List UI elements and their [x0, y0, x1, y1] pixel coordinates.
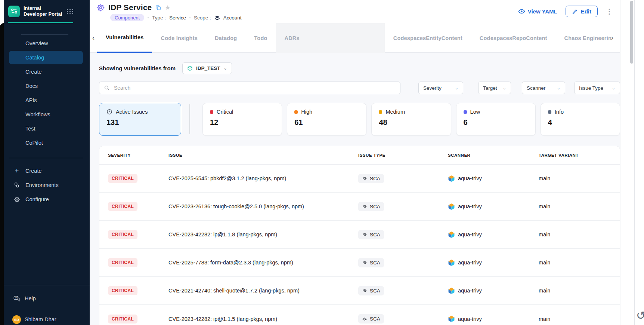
target-variant-cell: main — [539, 232, 620, 237]
scope-value: Account — [223, 15, 242, 21]
target-variant-cell: main — [539, 288, 620, 294]
sidebar-item-copilot[interactable]: CoPilot — [0, 136, 90, 150]
sidebar-item-overview[interactable]: Overview — [0, 36, 90, 50]
sidebar-item-apis[interactable]: APIs — [0, 93, 90, 107]
active-issues-card[interactable]: Active Issues 131 — [99, 103, 181, 136]
stat-value: 61 — [294, 118, 359, 127]
sidebar-item-workflows[interactable]: Workflows — [0, 107, 90, 122]
fingerprint-icon — [362, 260, 367, 265]
dot-separator — [189, 17, 191, 18]
table-row[interactable]: CRITICALCVE-2025-6545: pbkdf2@3.1.2 (lan… — [99, 165, 620, 193]
table-header-row: SEVERITYISSUEISSUE TYPESCANNERTARGET VAR… — [99, 146, 620, 165]
issue-type-label: SCA — [370, 260, 380, 266]
type-label: Type : — [152, 15, 166, 21]
tab-vulnerabilities[interactable]: Vulnerabilities — [97, 23, 152, 53]
table-row[interactable]: CRITICALCVE-2025-7783: form-data@2.3.3 (… — [99, 249, 620, 277]
issue-cell: CVE-2025-7783: form-data@2.3.3 (lang-pkg… — [168, 260, 358, 266]
stat-label: Low — [470, 109, 480, 115]
tab-datadog[interactable]: Datadog — [206, 23, 245, 53]
table-body: CRITICALCVE-2025-6545: pbkdf2@3.1.2 (lan… — [99, 165, 620, 325]
sidebar-action-create[interactable]: +Create — [0, 164, 90, 178]
filter-scanner[interactable]: Scanner⌄ — [522, 82, 565, 94]
stat-card-critical[interactable]: Critical12 — [202, 103, 282, 136]
tab-adrs[interactable]: ADRs — [276, 23, 385, 53]
sidebar-item-catalog[interactable]: Catalog — [9, 51, 83, 64]
fingerprint-icon — [362, 316, 367, 322]
table-row[interactable]: CRITICALCVE-2023-26136: tough-cookie@2.5… — [99, 193, 620, 221]
stat-card-medium[interactable]: Medium48 — [371, 103, 451, 136]
edit-button[interactable]: Edit — [566, 6, 598, 17]
user-menu[interactable]: SD Shibam Dhar — [0, 313, 90, 325]
tab-code-insights[interactable]: Code Insights — [152, 23, 206, 53]
kind-badge: Component — [110, 14, 144, 21]
stat-card-info[interactable]: Info4 — [541, 103, 620, 136]
search-input[interactable] — [113, 85, 396, 91]
severity-dot — [294, 110, 298, 114]
target-variant-cell: main — [539, 260, 620, 266]
vertical-scrollbar[interactable] — [630, 1, 633, 64]
issue-cell: CVE-2023-26136: tough-cookie@2.5.0 (lang… — [168, 203, 358, 209]
tab-codespacesentitycontent[interactable]: CodespacesEntityContent — [385, 23, 471, 53]
tabs-scroll-right-icon[interactable]: › — [607, 23, 618, 53]
view-yaml-button[interactable]: View YAML — [518, 8, 557, 15]
stat-value: 6 — [464, 118, 528, 127]
action-label: Environments — [25, 182, 59, 188]
help-label: Help — [25, 295, 36, 301]
project-name: IDP_TEST — [196, 65, 220, 71]
fingerprint-icon — [362, 176, 367, 181]
sidebar-action-environments[interactable]: Environments — [0, 178, 90, 192]
favorite-star-icon[interactable]: ★ — [165, 4, 170, 12]
filter-target[interactable]: Target⌄ — [478, 82, 511, 94]
filter-issue-type[interactable]: Issue Type⌄ — [574, 82, 620, 94]
trivy-cube-icon — [448, 287, 455, 294]
stat-value: 4 — [548, 118, 613, 127]
copy-icon[interactable] — [155, 4, 161, 11]
table-row[interactable]: CRITICALCVE-2021-42740: shell-quote@1.7.… — [99, 277, 620, 305]
active-issues-label: Active Issues — [116, 109, 148, 115]
sidebar-item-test[interactable]: Test — [0, 122, 90, 136]
filter-label: Severity — [423, 85, 442, 91]
trivy-cube-icon — [448, 315, 455, 322]
sidebar-item-create[interactable]: Create — [0, 65, 90, 79]
stat-card-low[interactable]: Low6 — [456, 103, 536, 136]
issue-cell: CVE-2023-42282: ip@1.1.5 (lang-pkgs, npm… — [168, 316, 358, 322]
chevron-down-icon: ⌄ — [503, 86, 506, 91]
tabs-scroll-left-icon[interactable]: ‹ — [90, 23, 97, 52]
issue-type-label: SCA — [370, 176, 380, 181]
tab-codespacesrepocontent[interactable]: CodespacesRepoContent — [471, 23, 556, 53]
search-icon — [104, 85, 110, 91]
pencil-icon — [572, 9, 578, 15]
stat-card-high[interactable]: High61 — [287, 103, 366, 136]
scanner-label: aqua-trivy — [458, 203, 482, 209]
stat-label: Info — [555, 109, 564, 115]
main-area: IDP Service ★ Component Type : Service S… — [90, 0, 620, 325]
sidebar-item-help[interactable]: ? Help — [0, 292, 90, 305]
stats-divider — [189, 104, 190, 134]
eye-icon — [518, 8, 525, 15]
issue-type-label: SCA — [370, 288, 380, 294]
feedback-loop-icon[interactable]: ↺ — [636, 309, 644, 322]
avatar: SD — [12, 315, 21, 324]
trivy-cube-icon — [448, 203, 455, 210]
search-box — [99, 82, 400, 94]
window-edge — [0, 23, 4, 325]
stat-value: 48 — [379, 118, 443, 127]
scanner-cell: aqua-trivy — [448, 231, 539, 238]
more-options-kebab-icon[interactable]: ⋮ — [606, 8, 613, 15]
severity-badge: CRITICAL — [108, 174, 137, 183]
app-switcher-icon[interactable] — [67, 9, 74, 14]
table-row[interactable]: CRITICALCVE-2023-42282: ip@1.1.5 (lang-p… — [99, 305, 620, 325]
user-name: Shibam Dhar — [25, 316, 56, 322]
chevron-down-icon: ⌄ — [224, 66, 227, 71]
showing-label: Showing vulnerabilities from — [99, 65, 176, 71]
project-selector[interactable]: IDP_TEST ⌄ — [182, 62, 232, 74]
column-header-target-variant: TARGET VARIANT — [539, 153, 620, 157]
filter-severity[interactable]: Severity⌄ — [418, 82, 463, 94]
table-row[interactable]: CRITICALCVE-2023-42282: ip@1.1.8 (lang-p… — [99, 221, 620, 249]
sidebar-item-docs[interactable]: Docs — [0, 79, 90, 93]
sidebar-action-configure[interactable]: Configure — [0, 192, 90, 206]
target-variant-cell: main — [539, 175, 620, 181]
tab-todo[interactable]: Todo — [245, 23, 276, 53]
sidebar-divider — [9, 158, 83, 158]
column-header-severity: SEVERITY — [108, 153, 168, 157]
